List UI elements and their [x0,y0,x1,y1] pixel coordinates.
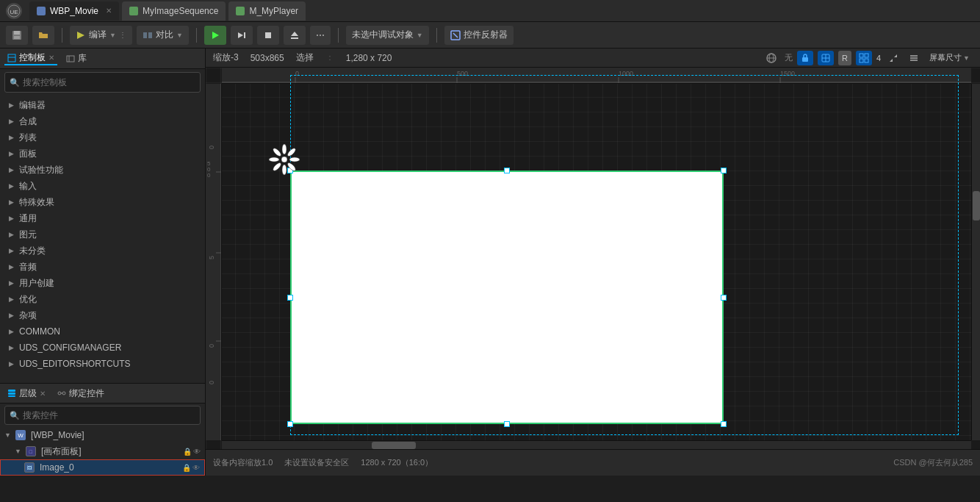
canvas-panel-lock[interactable]: 🔒 [183,448,192,456]
scrollbar-v-thumb[interactable] [973,191,980,220]
tree-item-editor[interactable]: ▶ 编辑器 [0,97,205,113]
ctb-screen-size-dropdown[interactable]: 屏幕尺寸 ▼ [926,51,973,65]
image-0-eye[interactable]: 👁 [192,464,200,472]
tree-item-uds-configmanager[interactable]: ▶ UDS_CONFIGMANAGER [0,340,205,356]
tree-item-special-effects[interactable]: ▶ 特殊效果 [0,194,205,210]
ctb-grid-button[interactable] [856,51,872,65]
svg-point-47 [272,162,282,172]
svg-text:5: 5 [208,256,215,259]
screen-size-arrow: ▼ [963,54,970,62]
layer-item-wbp-movie[interactable]: ▼ W [WBP_Movie] [0,427,205,443]
layer-tab-layers[interactable]: 层级 ✕ [4,387,48,400]
svg-text:1000: 1000 [619,70,633,77]
image-0-lock[interactable]: 🔒 [182,464,191,472]
toolbar-separator-2 [196,28,197,43]
control-search-input[interactable] [23,77,195,87]
play-button[interactable] [204,26,226,45]
panel-tab-library[interactable]: 库 [63,52,90,65]
canvas-toolbar-right: 无 R 4 [763,51,973,65]
debug-object-dropdown[interactable]: 未选中调试对象 ▼ [346,26,429,45]
compare-dropdown-arrow: ▼ [176,32,183,39]
no-network-label: 无 [785,52,793,63]
tree-item-audio[interactable]: ▶ 音频 [0,259,205,275]
tree-item-user-created[interactable]: ▶ 用户创建 [0,275,205,291]
arrow-common-use: ▶ [9,215,16,222]
tree-item-panel[interactable]: ▶ 面板 [0,146,205,162]
tree-item-common-use[interactable]: ▶ 通用 [0,210,205,226]
open-folder-button[interactable] [32,26,54,45]
tree-item-primitives[interactable]: ▶ 图元 [0,226,205,243]
panel-tab-control-close[interactable]: ✕ [48,54,54,62]
ruler-h-svg: 0 500 1000 1500 [222,68,971,83]
arrow-COMMON: ▶ [9,328,16,335]
tab-m-myplayer[interactable]: M_MyPlayer [228,1,306,21]
device-safe-label: 未设置设备安全区 [284,457,349,468]
tree-item-unclassified[interactable]: ▶ 未分类 [0,243,205,259]
ctb-expand-button[interactable] [885,51,901,65]
handle-bl[interactable] [287,421,293,427]
compile-button[interactable]: 编译 ▼ ⋮ [70,26,132,45]
label-uds-editorshortcuts: UDS_EDITORSHORTCUTS [19,359,131,369]
title-bar: UE WBP_Movie ✕ MyImageSequence M_MyPlaye… [0,0,980,22]
svg-text:500: 500 [457,70,468,77]
ctb-r-button[interactable]: R [838,51,851,65]
tab-wbp-movie[interactable]: WBP_Movie ✕ [29,1,119,21]
tree-item-list[interactable]: ▶ 列表 [0,129,205,146]
widget-reflector-button[interactable]: 控件反射器 [444,26,514,45]
svg-rect-29 [802,57,808,62]
compile-label: 编译 [89,29,107,41]
compare-button[interactable]: 对比 ▼ [137,26,189,45]
widget-canvas[interactable] [290,171,724,424]
ctb-globe-button[interactable] [763,51,780,65]
tree-item-experiment[interactable]: ▶ 试验性功能 [0,162,205,178]
svg-text:0: 0 [208,344,215,348]
tree-item-optimize[interactable]: ▶ 优化 [0,291,205,307]
tree-item-input[interactable]: ▶ 输入 [0,178,205,194]
scrollbar-h-thumb[interactable] [372,442,416,449]
tree-item-COMMON[interactable]: ▶ COMMON [0,323,205,340]
handle-bc[interactable] [504,421,510,427]
r-label: R [842,54,848,62]
svg-point-46 [282,165,287,175]
svg-point-48 [269,157,279,162]
more-button[interactable]: ⋯ [310,26,331,45]
stop-button[interactable] [257,26,279,45]
eject-button[interactable] [284,26,306,45]
ctb-display-button[interactable] [906,51,922,65]
tree-item-misc[interactable]: ▶ 杂项 [0,307,205,323]
handle-br[interactable] [721,421,727,427]
layer-item-image-0[interactable]: 🖼 Image_0 🔒 👁 [0,459,205,476]
scrollbar-horizontal[interactable] [222,440,971,449]
resolution-label: 1280 x 720（16:0） [361,457,433,468]
label-panel: 面板 [19,148,37,160]
toolbar-separator-3 [338,28,339,43]
tab-close-wbp-movie[interactable]: ✕ [106,7,112,15]
layer-tab-layers-close[interactable]: ✕ [40,390,46,398]
layer-search-input[interactable] [23,410,195,420]
svg-rect-18 [67,56,74,62]
layer-item-canvas-panel[interactable]: ▼ □ [画布面板] 🔒 👁 [0,443,205,459]
reflector-label: 控件反射器 [464,29,508,41]
save-button[interactable] [6,26,28,45]
layer-search-box[interactable]: 🔍 [4,406,201,425]
canvas-viewport[interactable]: 0 500 1000 1500 0 5 0 [206,68,980,449]
canvas-panel-eye[interactable]: 👁 [193,448,201,456]
tab-label-wbp-movie: WBP_Movie [50,6,98,16]
svg-rect-33 [860,54,863,57]
ctb-lock-button[interactable] [797,51,813,65]
handle-tr[interactable] [721,168,727,173]
step-forward-button[interactable] [231,26,253,45]
handle-mr[interactable] [721,295,727,301]
tree-item-compose[interactable]: ▶ 合成 [0,113,205,129]
handle-tc[interactable] [504,168,510,173]
handle-ml[interactable] [287,295,293,301]
scrollbar-vertical[interactable] [971,84,980,440]
arrow-canvas-panel: ▼ [15,448,21,455]
tree-item-uds-editorshortcuts[interactable]: ▶ UDS_EDITORSHORTCUTS [0,356,205,372]
panel-tab-control[interactable]: 控制板 ✕ [4,51,57,65]
arrow-list: ▶ [9,134,16,141]
layer-tab-bind-controls[interactable]: 绑定控件 [54,387,107,400]
control-search-box[interactable]: 🔍 [4,72,201,93]
tab-my-image-sequence[interactable]: MyImageSequence [122,1,226,21]
ctb-anchor-button[interactable] [818,51,834,65]
